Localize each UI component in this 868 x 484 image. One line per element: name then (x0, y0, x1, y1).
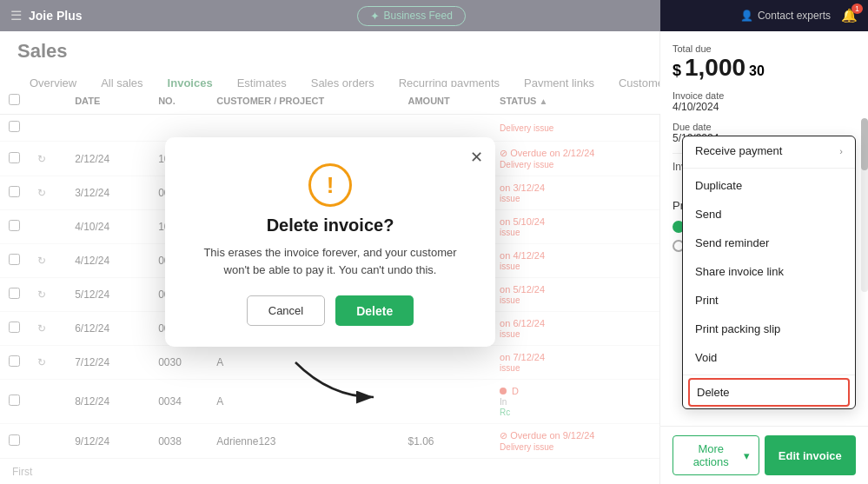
total-due-amount: 1,000 (685, 54, 745, 82)
notification-icon[interactable]: 🔔1 (841, 8, 858, 23)
edit-invoice-button[interactable]: Edit invoice (765, 435, 857, 475)
dropdown-send-reminder[interactable]: Send reminder (683, 229, 855, 257)
more-actions-label: More actions (682, 442, 740, 468)
dropdown-print[interactable]: Print (683, 286, 855, 315)
invoice-date-row: Invoice date 4/10/2024 (673, 90, 856, 113)
modal-title: Delete invoice? (191, 215, 469, 235)
divider (683, 375, 855, 375)
delete-label: Delete (697, 386, 730, 399)
dropdown-share-invoice-link[interactable]: Share invoice link (683, 257, 855, 286)
total-due-label: Total due (673, 43, 856, 54)
total-due-cents: 30 (749, 63, 765, 79)
dropdown-void[interactable]: Void (683, 343, 855, 372)
scrollbar-track[interactable] (861, 118, 868, 292)
dropdown-print-packing-slip[interactable]: Print packing slip (683, 315, 855, 343)
dropdown-send[interactable]: Send (683, 200, 855, 229)
dropdown-delete[interactable]: Delete (688, 378, 850, 407)
bottom-buttons: More actions ▾ Edit invoice (659, 426, 868, 484)
chevron-right-icon: › (839, 146, 843, 156)
modal-delete-button[interactable]: Delete (335, 295, 414, 326)
chevron-down-icon: ▾ (744, 449, 750, 462)
modal-overlay: ✕ ! Delete invoice? This erases the invo… (0, 0, 660, 484)
dropdown-menu: Receive payment › Duplicate Send Send re… (682, 136, 856, 409)
modal-body: This erases the invoice forever, and you… (191, 244, 469, 278)
modal-buttons: Cancel Delete (191, 295, 469, 326)
more-actions-button[interactable]: More actions ▾ (673, 435, 759, 475)
right-panel: Total due $ 1,000 30 Invoice date 4/10/2… (659, 31, 868, 484)
modal-cancel-button[interactable]: Cancel (247, 295, 325, 326)
contact-experts-link[interactable]: 👤 Contact experts (740, 10, 831, 22)
currency-symbol: $ (673, 62, 681, 80)
modal-warning-icon: ! (191, 163, 469, 207)
share-invoice-link-label: Share invoice link (695, 265, 784, 278)
edit-invoice-label: Edit invoice (779, 449, 842, 462)
notification-badge: 1 (851, 3, 863, 14)
duplicate-label: Duplicate (695, 179, 742, 192)
receive-payment-label: Receive payment (695, 144, 782, 157)
print-packing-slip-label: Print packing slip (695, 322, 780, 335)
send-label: Send (695, 208, 721, 221)
dropdown-duplicate[interactable]: Duplicate (683, 171, 855, 200)
scrollbar-thumb[interactable] (861, 118, 868, 170)
print-label: Print (695, 294, 719, 307)
divider (683, 168, 855, 169)
void-label: Void (695, 351, 717, 364)
warning-circle: ! (308, 163, 352, 207)
dropdown-receive-payment[interactable]: Receive payment › (683, 136, 855, 165)
person-icon: 👤 (740, 10, 753, 22)
delete-modal: ✕ ! Delete invoice? This erases the invo… (165, 137, 495, 347)
top-nav-right: 👤 Contact experts 🔔1 (740, 8, 858, 23)
send-reminder-label: Send reminder (695, 236, 769, 249)
modal-close-button[interactable]: ✕ (470, 148, 483, 167)
